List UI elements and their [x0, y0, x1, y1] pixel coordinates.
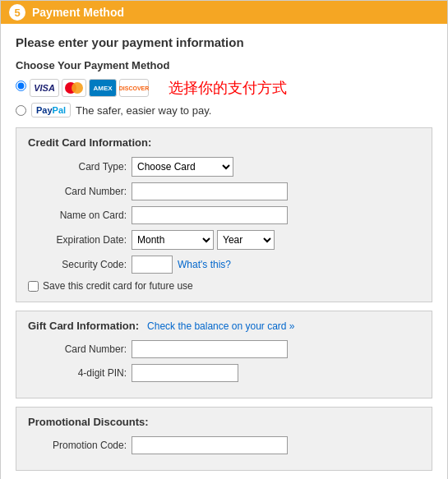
paypal-tagline: The safer, easier way to pay.: [76, 104, 211, 117]
gift-card-number-input[interactable]: [132, 340, 288, 358]
credit-card-section: Credit Card Information: Card Type: Choo…: [16, 127, 432, 302]
content-area: Please enter your payment information Ch…: [1, 24, 447, 479]
mastercard-icon: [62, 79, 86, 97]
save-card-label: Save this credit card for future use: [43, 280, 193, 292]
gift-card-number-row: Card Number:: [28, 340, 420, 358]
pin-row: 4-digit PIN:: [28, 364, 420, 382]
save-card-checkbox[interactable]: [28, 281, 39, 292]
check-balance-link[interactable]: Check the balance on your card »: [147, 320, 294, 332]
amex-icon: AMEX: [89, 79, 117, 97]
card-number-label: Card Number:: [28, 186, 127, 197]
expiry-selects: Month 010203 040506 070809 101112 Year 2…: [132, 230, 275, 250]
pin-label: 4-digit PIN:: [28, 367, 127, 379]
security-code-inputs: What's this?: [132, 256, 231, 274]
promo-title: Promotional Discounts:: [28, 416, 420, 428]
visa-icon: VISA: [30, 79, 59, 97]
name-on-card-row: Name on Card:: [28, 206, 420, 224]
cards-radio[interactable]: [16, 81, 26, 91]
security-code-row: Security Code: What's this?: [28, 256, 420, 274]
expiry-label: Expiration Date:: [28, 234, 127, 246]
card-icons: VISA AMEX DISCOVER: [30, 79, 149, 97]
gift-card-title: Gift Card Information:: [28, 320, 139, 332]
promo-code-input[interactable]: [132, 436, 288, 454]
paypal-radio-row: PayPal The safer, easier way to pay.: [16, 103, 432, 117]
card-number-row: Card Number:: [28, 182, 420, 200]
name-on-card-label: Name on Card:: [28, 210, 127, 221]
chinese-method-label: 选择你的支付方式: [169, 78, 287, 98]
page-title: Please enter your payment information: [16, 35, 432, 49]
save-card-row: Save this credit card for future use: [28, 280, 420, 292]
month-select[interactable]: Month 010203 040506 070809 101112: [132, 230, 214, 250]
card-type-label: Card Type:: [28, 161, 127, 173]
gift-card-section: Gift Card Information: Check the balance…: [16, 311, 432, 398]
step-header: 5 Payment Method: [1, 1, 447, 24]
cards-radio-row: [16, 81, 26, 91]
expiry-row: Expiration Date: Month 010203 040506 070…: [28, 230, 420, 250]
pin-input[interactable]: [132, 364, 238, 382]
cc-section-title: Credit Card Information:: [28, 136, 420, 149]
security-code-label: Security Code:: [28, 259, 127, 270]
name-on-card-input[interactable]: [132, 206, 288, 224]
promo-code-row: Promotion Code:: [28, 436, 420, 454]
card-type-row: Card Type: Choose Card Visa MasterCard A…: [28, 157, 420, 177]
step-title: Payment Method: [32, 6, 124, 19]
year-select[interactable]: Year 202420252026 202720282029 2030: [217, 230, 275, 250]
step-number: 5: [9, 4, 25, 21]
payment-method-section: Choose Your Payment Method VISA AMEX DI: [16, 59, 432, 117]
discover-icon: DISCOVER: [119, 79, 149, 97]
promo-code-label: Promotion Code:: [28, 440, 127, 451]
paypal-radio[interactable]: [16, 105, 26, 116]
paypal-icon: PayPal: [31, 103, 71, 117]
card-number-input[interactable]: [132, 182, 288, 200]
whats-this-link[interactable]: What's this?: [178, 259, 231, 270]
gift-card-title-row: Gift Card Information: Check the balance…: [28, 320, 420, 332]
promo-section: Promotional Discounts: Promotion Code:: [16, 407, 432, 471]
card-type-select[interactable]: Choose Card Visa MasterCard American Exp…: [132, 157, 233, 177]
security-code-input[interactable]: [132, 256, 173, 274]
payment-method-label: Choose Your Payment Method: [16, 59, 432, 71]
gift-card-number-label: Card Number:: [28, 343, 127, 355]
payment-page: 5 Payment Method Please enter your payme…: [0, 0, 448, 479]
